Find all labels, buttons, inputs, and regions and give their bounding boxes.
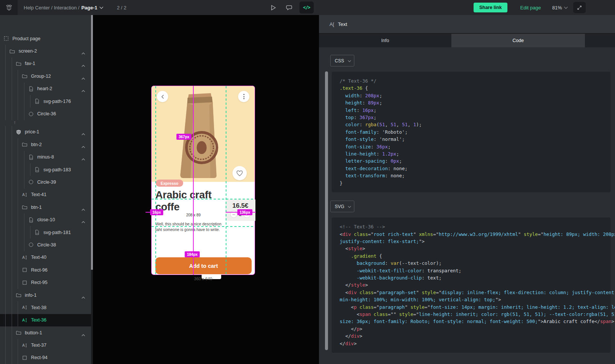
- svg-code-block: <!-- Text-36 --><div class="root rich-te…: [332, 217, 610, 353]
- app-logo-icon[interactable]: [0, 0, 18, 15]
- app-window: Help Center / Interaction / Page-1 2 / 2…: [0, 0, 615, 364]
- measure-label-top: 367px: [176, 134, 191, 140]
- collapse-chevron-icon[interactable]: [81, 156, 85, 159]
- layer-item-text-38[interactable]: AText-38: [0, 301, 93, 314]
- layer-item-text-41[interactable]: AText-41: [0, 189, 93, 201]
- layer-item-group-12[interactable]: Group-12: [0, 70, 93, 82]
- collapse-chevron-icon[interactable]: [81, 75, 85, 78]
- fullscreen-icon: [577, 5, 582, 11]
- collapse-chevron-icon[interactable]: [81, 143, 85, 146]
- layer-label: Text-36: [31, 317, 47, 323]
- rect-icon: [22, 355, 28, 361]
- layer-item-circle-39[interactable]: Circle-39: [0, 176, 93, 188]
- artboard-product-page[interactable]: Expresso Arabic craft coffe 208 x 89 16.…: [151, 86, 255, 275]
- tab-info[interactable]: Info: [319, 34, 451, 47]
- layer-item-product-page[interactable]: Product page: [0, 32, 93, 45]
- text-icon: A: [22, 342, 28, 348]
- inspector-header: A[ Text: [319, 15, 615, 34]
- tab-code[interactable]: Code: [451, 34, 585, 47]
- file-icon: [34, 98, 40, 104]
- back-button[interactable]: [157, 91, 168, 102]
- zoom-level-selector[interactable]: 81%: [552, 5, 567, 11]
- layer-item-close-10[interactable]: close-10: [0, 213, 93, 226]
- layer-item-screen-2[interactable]: screen-2: [0, 45, 93, 57]
- share-link-button[interactable]: Share link: [474, 3, 507, 12]
- layer-item-rect-94[interactable]: Rect-94: [0, 352, 93, 364]
- collapse-chevron-icon[interactable]: [81, 130, 85, 133]
- edit-page-link[interactable]: Edit page: [520, 5, 541, 11]
- layer-item-price-1[interactable]: price-1: [0, 126, 93, 138]
- layer-item-rect-95[interactable]: Rect-95: [0, 276, 93, 288]
- product-description: Well, this should be a nice description …: [155, 221, 222, 233]
- frame-icon: [3, 36, 9, 42]
- topbar: Help Center / Interaction / Page-1 2 / 2…: [0, 0, 615, 15]
- chevron-down-icon: [348, 59, 351, 62]
- file-icon: [28, 86, 34, 92]
- layer-label: close-10: [37, 217, 55, 222]
- breadcrumb: Help Center / Interaction / Page-1: [24, 5, 103, 11]
- canvas[interactable]: Expresso Arabic craft coffe 208 x 89 16.…: [93, 15, 319, 364]
- collapse-chevron-icon[interactable]: [81, 294, 85, 297]
- layer-item-svg-path-181[interactable]: svg-path-181: [0, 226, 93, 239]
- favorite-button[interactable]: [232, 166, 247, 180]
- svg-language-dropdown[interactable]: SVG: [330, 201, 354, 212]
- play-button[interactable]: [268, 2, 278, 13]
- decrease-quantity-button[interactable]: –: [230, 211, 237, 218]
- price-value: 16.5€: [225, 202, 255, 210]
- chevron-down-icon: [348, 204, 351, 207]
- layer-label: screen-2: [19, 48, 37, 54]
- collapse-chevron-icon[interactable]: [81, 50, 85, 53]
- inspector-content: CSS /* Text-36 */.text-36 { width: 208px…: [319, 47, 615, 364]
- text-icon: A: [22, 317, 28, 323]
- layer-item-minus-8[interactable]: minus-8: [0, 151, 93, 163]
- css-code-block: /* Text-36 */.text-36 { width: 208px; he…: [332, 72, 610, 192]
- collapse-chevron-icon[interactable]: [81, 218, 85, 221]
- file-icon: [34, 167, 40, 173]
- layer-item-heart-2[interactable]: heart-2: [0, 83, 93, 95]
- menu-button[interactable]: [238, 91, 249, 102]
- css-language-dropdown[interactable]: CSS: [330, 55, 354, 66]
- layer-item-text-37[interactable]: AText-37: [0, 339, 93, 351]
- layer-label: Product page: [12, 36, 40, 41]
- layer-label: btn-1: [31, 205, 42, 210]
- layer-item-btn-2[interactable]: btn-2: [0, 138, 93, 151]
- svg-text:A: A: [22, 306, 25, 310]
- layer-item-info-1[interactable]: info-1: [0, 289, 93, 301]
- code-view-toggle[interactable]: </>: [299, 2, 314, 14]
- layer-label: svg-path-183: [44, 167, 71, 172]
- layer-item-rect-96[interactable]: Rect-96: [0, 264, 93, 276]
- layer-item-btn-1[interactable]: btn-1: [0, 201, 93, 213]
- page-selector[interactable]: Page-1: [81, 5, 103, 11]
- layer-item-circle-38[interactable]: Circle-38: [0, 239, 93, 251]
- collapse-chevron-icon[interactable]: [81, 87, 85, 90]
- layer-item-text-36[interactable]: AText-36: [0, 314, 93, 326]
- inspector-scrollbar[interactable]: [325, 71, 328, 350]
- measure-label-gap: 184px: [185, 251, 200, 257]
- layer-item-button-1[interactable]: button-1: [0, 326, 93, 339]
- layer-label: info-1: [25, 293, 36, 298]
- add-to-cart-button[interactable]: Add to cart: [155, 257, 252, 274]
- layer-label: Text-37: [31, 343, 47, 348]
- collapse-chevron-icon[interactable]: [81, 206, 85, 209]
- layer-item-svg-path-183[interactable]: svg-path-183: [0, 163, 93, 176]
- dots-menu-icon: [243, 94, 244, 95]
- comment-button[interactable]: [284, 2, 294, 13]
- breadcrumb-path[interactable]: Help Center / Interaction /: [24, 5, 79, 11]
- layer-item-svg-path-176[interactable]: svg-path-176: [0, 95, 93, 107]
- inspector-panel: A[ Text Info Code CSS /* Text-36 */.text…: [319, 15, 615, 364]
- layer-item-circle-36[interactable]: Circle-36: [0, 107, 93, 120]
- rect-icon: [22, 279, 28, 285]
- layer-label: heart-2: [37, 86, 52, 91]
- layer-label: Text-41: [31, 192, 47, 197]
- fullscreen-button[interactable]: [573, 2, 586, 13]
- chevron-down-icon: [99, 5, 103, 9]
- inspector-title: Text: [338, 21, 347, 27]
- svg-text:A: A: [22, 193, 25, 197]
- layer-label: Rect-96: [31, 267, 48, 273]
- collapse-chevron-icon[interactable]: [81, 62, 85, 65]
- layer-label: Circle-36: [37, 111, 56, 116]
- layer-item-fav-1[interactable]: fav-1: [0, 57, 93, 70]
- layer-item-text-40[interactable]: AText-40: [0, 251, 93, 264]
- collapse-chevron-icon[interactable]: [81, 331, 85, 334]
- circle-icon: [28, 179, 34, 185]
